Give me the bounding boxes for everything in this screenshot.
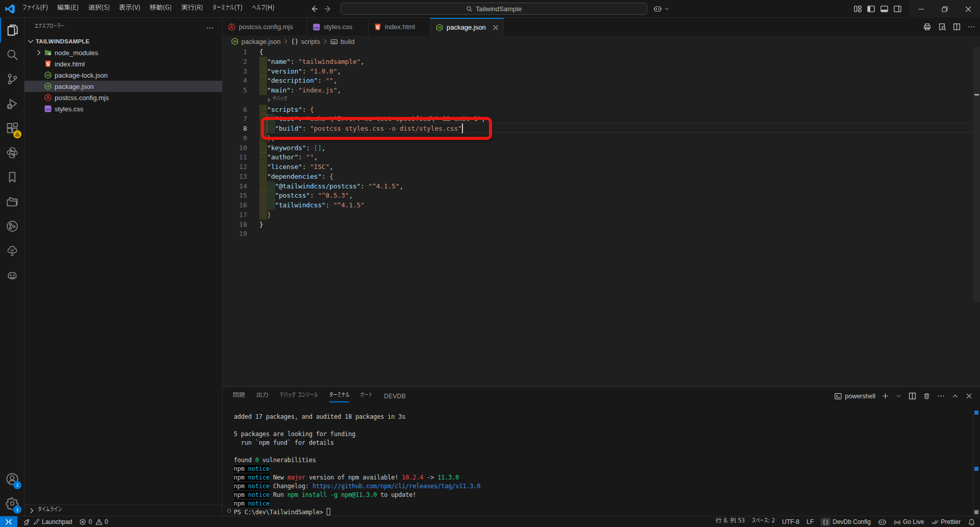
menu-run[interactable] [177,3,208,16]
nav-back-button[interactable] [309,5,318,13]
panel-more-actions-button[interactable] [937,392,945,400]
file-row-styles.css[interactable]: cssstyles.css [24,103,222,114]
go-live-item[interactable]: Go Live [890,516,927,527]
problems-item[interactable]: 0 0 [76,516,111,527]
menu-edit[interactable] [53,3,83,16]
file-row-postcss.config.mjs[interactable]: postcss.config.mjs [24,92,222,103]
copilot-menu-button[interactable] [653,3,670,15]
command-center-search[interactable]: TailwindSample [340,3,647,15]
activity-item-bookmarks[interactable] [0,165,24,189]
explorer-section-tailwindsample[interactable]: TAILWINDSAMPLE [24,36,222,47]
launchpad-item[interactable]: Launchpad [19,516,76,527]
split-terminal-button[interactable] [908,392,917,400]
terminal-shell-item[interactable]: powershell [834,392,875,400]
code-line-4[interactable]: 4··"description":·"", [223,76,980,85]
breadcrumb-item-1[interactable]: scripts [291,38,321,45]
tab-postcss.config.mjs[interactable]: postcss.config.mjs [223,18,307,36]
line-col-item[interactable] [712,516,748,527]
tab-index.html[interactable]: index.html [369,18,430,36]
terminal-output[interactable]: added 17 packages, and audited 18 packag… [234,413,480,517]
code-line-14[interactable]: 14····"@tailwindcss/postcss":·"^4.1.5", [223,181,980,191]
print-button[interactable] [923,22,932,31]
kill-terminal-button[interactable] [923,392,930,400]
settings-button[interactable]: 1 [0,491,24,516]
indent-item[interactable] [748,516,778,527]
panel-tab-devdb[interactable]: DEVDB [384,387,406,405]
encoding-item[interactable]: UTF-8 [778,516,803,527]
codelens-debug[interactable] [267,95,287,105]
activity-item-explorer[interactable] [0,18,24,42]
copilot-status-item[interactable] [874,516,890,527]
code-line-17[interactable]: 17··} [223,210,980,220]
panel-tab-output[interactable] [256,387,268,405]
code-line-12[interactable]: 12··"license":·"ISC", [223,162,980,172]
eol-item[interactable]: LF [803,516,817,527]
customize-layout-button[interactable] [853,5,862,13]
file-row-package-lock.json[interactable]: JSpackage-lock.json [24,69,222,81]
code-line-2[interactable]: 2··"name":·"tailwindsample", [223,57,980,66]
panel-tab-problems[interactable] [233,387,245,405]
activity-item-extensions[interactable] [0,116,24,140]
menu-help[interactable] [248,3,279,16]
panel-tab-ports[interactable] [360,387,373,405]
breadcrumb-item-2[interactable]: abcbuild [330,38,354,45]
devdb-config-item[interactable]: DevDb Config [817,516,874,527]
activity-item-search[interactable] [0,42,24,67]
menu-selection[interactable] [84,3,115,16]
close-panel-button[interactable] [965,392,973,400]
maximize-panel-button[interactable] [951,392,959,400]
timeline-section[interactable] [24,505,222,516]
panel-tab-terminal[interactable] [329,387,350,405]
tab-package.json[interactable]: JSpackage.json [430,18,504,36]
code-line-15[interactable]: 15····"postcss":·"^8.5.3", [223,190,980,200]
file-row-index.html[interactable]: index.html [24,58,222,69]
editor-scrollbar[interactable] [973,47,980,302]
split-editor-button[interactable] [952,22,961,31]
panel-tab-debug-console[interactable] [280,387,318,405]
code-line-11[interactable]: 11··"author":·"", [223,152,980,162]
code-editor[interactable]: 1{2··"name":·"tailwindsample",3··"versio… [223,47,980,387]
code-line-5[interactable]: 5··"main":·"index.js", [223,85,980,95]
nav-forward-button[interactable] [324,5,333,13]
activity-item-git-graph[interactable] [0,214,24,238]
editor-more-actions-button[interactable] [967,22,976,31]
activity-item-todo-tree[interactable] [0,238,24,263]
tab-close-icon[interactable] [492,24,499,31]
window-minimize-button[interactable] [910,0,933,18]
toggle-secondary-sidebar-button[interactable] [893,5,902,13]
code-line-1[interactable]: 1{ [223,47,980,57]
terminal-dropdown-button[interactable] [895,393,902,399]
activity-item-project-manager[interactable] [0,189,24,214]
menu-file[interactable] [18,3,53,16]
code-line-13[interactable]: 13··"dependencies":·{ [223,172,980,181]
code-line-6[interactable]: 6··"scripts":·{ [223,105,980,114]
code-line-18[interactable]: 18} [223,220,980,229]
tab-styles.css[interactable]: cssstyles.css [307,18,369,36]
code-line-19[interactable]: 19 [223,229,980,238]
new-terminal-button[interactable] [881,392,889,400]
activity-item-run-debug[interactable] [0,91,24,116]
prettier-item[interactable]: Prettier [927,516,964,527]
menu-view[interactable] [114,3,145,16]
explorer-more-actions-button[interactable] [206,24,214,32]
remote-indicator[interactable] [0,516,17,527]
code-line-16[interactable]: 16····"tailwindcss":·"^4.1.5" [223,200,980,210]
activity-item-python[interactable] [0,140,24,165]
code-line-3[interactable]: 3··"version":·"1.0.0", [223,66,980,76]
file-row-package.json[interactable]: JSpackage.json [24,81,222,92]
window-close-button[interactable] [957,0,980,18]
command-decoration-icon[interactable] [227,508,232,513]
menu-go[interactable] [145,3,177,16]
menu-terminal[interactable] [208,3,248,16]
activity-item-source-control[interactable] [0,67,24,91]
code-line-10[interactable]: 10··"keywords":·[], [223,143,980,153]
breadcrumb-item-0[interactable]: JSpackage.json [231,37,281,45]
window-restore-button[interactable] [933,0,957,18]
open-preview-button[interactable] [938,22,946,31]
file-row-node_modules[interactable]: node_modules [24,47,222,58]
toggle-panel-button[interactable] [880,5,889,13]
activity-item-devdb[interactable] [0,263,24,288]
toggle-sidebar-button[interactable] [867,5,875,13]
accounts-button[interactable]: 1 [0,467,24,491]
notifications-item[interactable] [964,516,979,527]
